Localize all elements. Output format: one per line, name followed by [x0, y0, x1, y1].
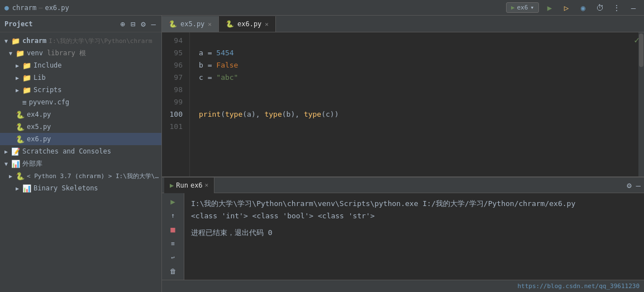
sidebar-collapse-btn[interactable]: ⊟ — [130, 18, 136, 30]
scroll-thumb — [639, 33, 643, 67]
num-5454: 5454 — [216, 47, 233, 59]
panel-softrap-btn[interactable]: ↩ — [165, 252, 181, 264]
title-bar: ● chrarm — ex6.py ▶ ex6 ▾ ▶ ▷ ◉ ⏱ ⋮ — — [0, 0, 644, 16]
tree-pyvenv[interactable]: ▶ ≡ pyvenv.cfg — [0, 96, 161, 108]
run-tab-icon: ▶ — [170, 181, 174, 189]
tree-external[interactable]: ▼ 📊 外部库 — [0, 157, 161, 170]
panel-rerun-btn[interactable]: ↑ — [165, 209, 181, 221]
code-line-95: a = 5454 — [199, 47, 638, 59]
pyvenv-label: pyvenv.cfg — [29, 98, 69, 106]
lib-label: Lib — [34, 74, 46, 82]
tab-ex6-label: ex6.py — [237, 20, 261, 28]
panel-stop-btn[interactable]: ■ — [165, 223, 181, 235]
external-arrow: ▼ — [4, 161, 11, 167]
external-label: 外部库 — [22, 159, 42, 169]
tab-ex6[interactable]: 🐍 ex6.py ✕ — [219, 16, 276, 32]
code-line-96: b = False — [199, 59, 638, 71]
coverage-button[interactable]: ◉ — [577, 2, 589, 14]
tab-ex6-close[interactable]: ✕ — [265, 21, 269, 28]
tab-ex5-close[interactable]: ✕ — [208, 21, 212, 28]
command-text: I:\我的大学\学习\Python\chrarm\venv\Scripts\py… — [191, 199, 575, 208]
run-tab-label: Run — [176, 181, 188, 189]
line-numbers: 94 95 96 97 98 99 100 101 — [162, 32, 190, 176]
main-layout: Project ⊕ ⊟ ⚙ — ▼ 📁 chrarm I:\我的大学\学习\Py… — [0, 16, 644, 292]
line-num-95: 95 — [162, 47, 183, 59]
venv-arrow: ▼ — [9, 50, 16, 56]
panel-settings-btn[interactable]: ⚙ — [626, 180, 632, 191]
root-folder-icon: 📁 — [11, 37, 20, 45]
sidebar-settings-btn[interactable]: ⚙ — [140, 18, 146, 30]
venv-folder-icon: 📁 — [16, 49, 25, 58]
ex6-label: ex6.py — [27, 135, 51, 143]
include-arrow: ▶ — [16, 63, 22, 69]
panel-content: ▶ ↑ ■ ≡ ↩ 🗑 I:\我的大学\学习\Python\chrarm\ven… — [162, 193, 644, 280]
app-logo: ● — [4, 3, 9, 12]
line-num-98: 98 — [162, 84, 183, 96]
panel-sidebar: ▶ ↑ ■ ≡ ↩ 🗑 — [162, 193, 184, 280]
ex6-icon: 🐍 — [16, 135, 25, 143]
run-tab-close[interactable]: ✕ — [205, 181, 209, 189]
tree-scratches[interactable]: ▶ 📝 Scratches and Consoles — [0, 145, 161, 157]
fn-type2: type — [264, 108, 282, 121]
tab-ex5[interactable]: 🐍 ex5.py ✕ — [162, 16, 219, 32]
panel-minimize-btn[interactable]: — — [635, 180, 642, 191]
root-arrow: ▼ — [4, 38, 11, 44]
code-line-94 — [199, 35, 638, 47]
scratches-icon: 📝 — [11, 147, 20, 156]
console-end-message: 进程已结束，退出代码 0 — [191, 227, 637, 239]
code-content[interactable]: a = 5454 b = False c = "abc" print(type(… — [190, 32, 638, 176]
root-path: I:\我的大学\学习\Python\chrarm — [49, 37, 152, 45]
app-name: chrarm — [12, 4, 36, 12]
panel-trash-btn[interactable]: 🗑 — [165, 266, 181, 277]
editor-panel-container: 🐍 ex5.py ✕ 🐍 ex6.py ✕ 94 95 96 97 98 — [162, 16, 644, 292]
debug-button[interactable]: ▷ — [560, 2, 573, 14]
sdk-icon: 🐍 — [16, 172, 25, 180]
console-command: I:\我的大学\学习\Python\chrarm\venv\Scripts\py… — [191, 198, 637, 210]
tree-python-sdk[interactable]: ▶ 🐍 < Python 3.7 (chrarm) > I:\我的大学\学... — [0, 170, 161, 182]
sdk-label: < Python 3.7 (chrarm) > I:\我的大学\学... — [27, 172, 161, 180]
code-line-100: print(type(a), type(b), type(c)) — [199, 108, 638, 121]
tree-binary-skeletons[interactable]: ▶ 📊 Binary Skeletons — [0, 182, 161, 194]
scratches-arrow: ▶ — [4, 149, 11, 155]
profile-button[interactable]: ⏱ — [594, 2, 606, 14]
tree-ex6[interactable]: ▶ 🐍 ex6.py — [0, 133, 161, 145]
binary-label: Binary Skeletons — [34, 184, 98, 192]
sidebar-add-btn[interactable]: ⊕ — [119, 18, 126, 30]
check-mark: ✓ — [634, 35, 640, 45]
tree-ex5[interactable]: ▶ 🐍 ex5.py — [0, 121, 161, 133]
run-config-selector[interactable]: ▶ ex6 ▾ — [506, 2, 539, 13]
venv-label: venv library 根 — [27, 49, 86, 58]
run-tab[interactable]: ▶ Run ex6 ✕ — [164, 178, 214, 193]
run-tab-config: ex6 — [190, 181, 203, 189]
code-line-98 — [199, 84, 638, 96]
binary-icon: 📊 — [22, 184, 31, 193]
run-config-arrow: ▾ — [530, 4, 534, 11]
tree-root[interactable]: ▼ 📁 chrarm I:\我的大学\学习\Python\chrarm — [0, 35, 161, 47]
tree-include[interactable]: ▶ 📁 Include — [0, 59, 161, 71]
title-separator: — — [39, 4, 42, 12]
bottom-panel: ▶ Run ex6 ✕ ⚙ — ▶ ↑ ■ ≡ ↩ 🗑 — [162, 176, 644, 280]
ex5-icon: 🐍 — [16, 123, 25, 131]
pyvenv-file-icon: ≡ — [22, 98, 27, 107]
tab-bar: 🐍 ex5.py ✕ 🐍 ex6.py ✕ — [162, 16, 644, 32]
run-config-name: ex6 — [517, 4, 528, 11]
line-num-94: 94 — [162, 35, 183, 47]
output-text: <class 'int'> <class 'bool'> <class 'str… — [191, 212, 375, 220]
line-num-100: 100 — [162, 108, 183, 121]
fn-type1: type — [225, 108, 242, 121]
panel-scroll-btn[interactable]: ≡ — [165, 238, 181, 250]
tree-venv[interactable]: ▼ 📁 venv library 根 — [0, 47, 161, 59]
tree-ex4[interactable]: ▶ 🐍 ex4.py — [0, 108, 161, 121]
minimize-button[interactable]: — — [627, 2, 640, 14]
tree-lib[interactable]: ▶ 📁 Lib — [0, 71, 161, 84]
panel-run-btn[interactable]: ▶ — [165, 195, 181, 207]
more-button[interactable]: ⋮ — [610, 2, 623, 14]
ex5-label: ex5.py — [27, 123, 51, 131]
run-button[interactable]: ▶ — [543, 2, 556, 14]
tree-scripts[interactable]: ▶ 📁 Scripts — [0, 84, 161, 96]
sidebar-minimize-btn[interactable]: — — [150, 18, 157, 30]
panel-tab-bar: ▶ Run ex6 ✕ ⚙ — — [162, 178, 644, 193]
code-line-101 — [199, 121, 638, 133]
root-label: chrarm — [22, 37, 46, 45]
scripts-folder-icon: 📁 — [22, 86, 31, 94]
